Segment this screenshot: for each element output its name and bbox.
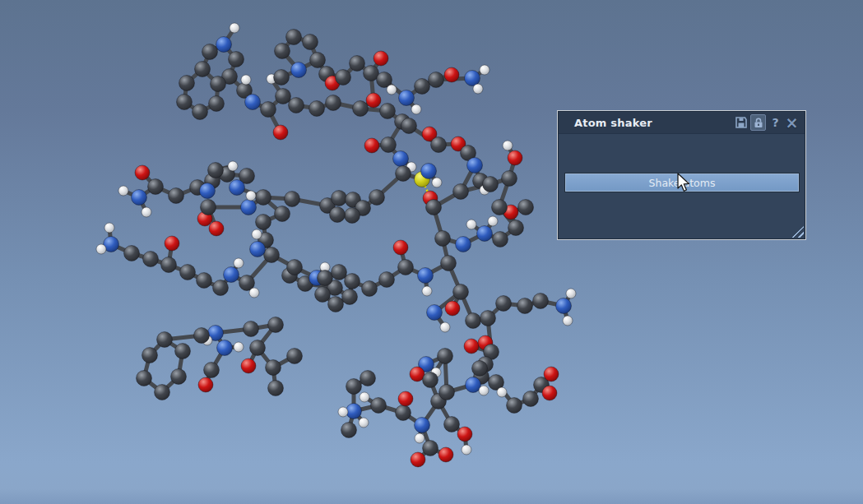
panel-titlebar[interactable]: Atom shaker ? × xyxy=(559,112,805,134)
atom-shaker-panel: Atom shaker ? × xyxy=(557,110,806,240)
shake-atoms-button[interactable]: Shake atoms xyxy=(565,173,799,192)
panel-resize-grip[interactable] xyxy=(791,226,804,238)
close-icon[interactable]: × xyxy=(785,115,799,130)
viewport-3d[interactable] xyxy=(0,0,863,504)
lock-icon[interactable] xyxy=(750,114,766,131)
panel-title: Atom shaker xyxy=(574,117,652,129)
molecule-model xyxy=(0,0,863,504)
save-icon[interactable] xyxy=(734,115,748,130)
help-icon[interactable]: ? xyxy=(768,115,782,130)
titlebar-icons: ? × xyxy=(734,114,805,131)
